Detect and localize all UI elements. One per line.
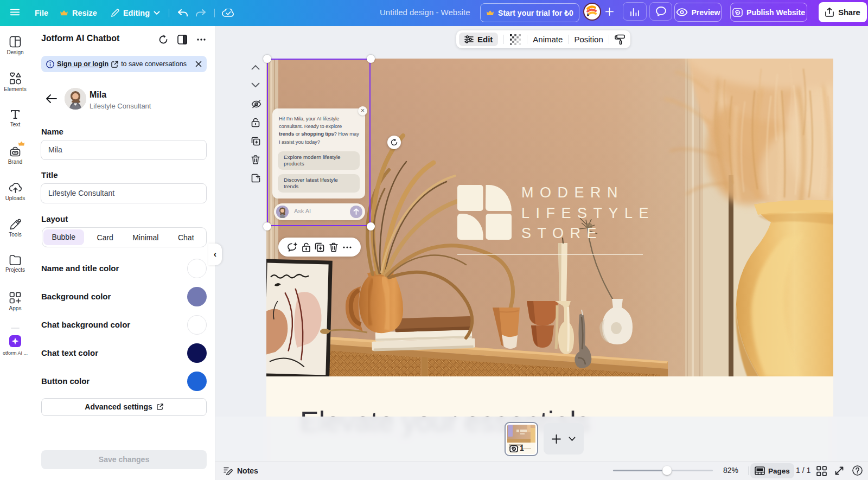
svg-text:LIFESTYLE: LIFESTYLE [521,205,655,221]
svg-text:STORE: STORE [521,225,603,241]
svg-text:MODERN: MODERN [521,184,624,201]
